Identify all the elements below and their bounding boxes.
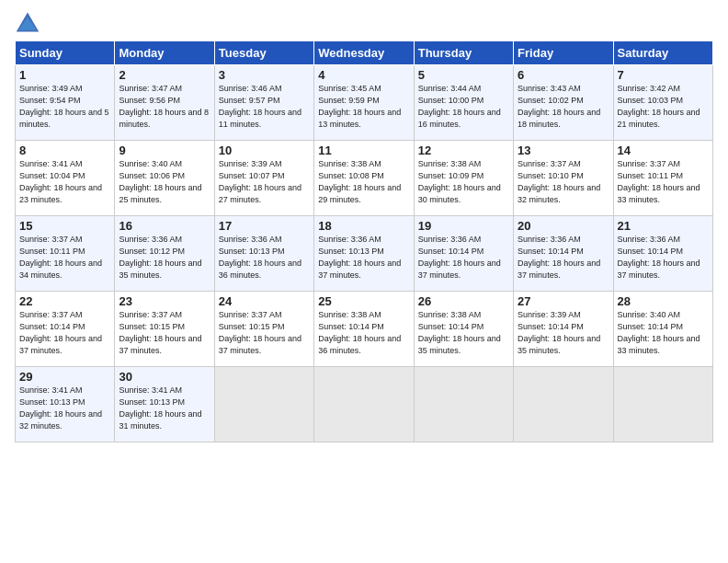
calendar-cell: 26 Sunrise: 3:38 AM Sunset: 10:14 PM Day… (414, 292, 513, 367)
calendar-week-row: 29 Sunrise: 3:41 AM Sunset: 10:13 PM Day… (16, 367, 713, 442)
calendar-cell: 18 Sunrise: 3:36 AM Sunset: 10:13 PM Day… (314, 216, 414, 292)
day-number: 23 (119, 294, 210, 308)
calendar-cell: 11 Sunrise: 3:38 AM Sunset: 10:08 PM Day… (314, 141, 414, 216)
logo (15, 9, 44, 35)
calendar-cell: 20 Sunrise: 3:36 AM Sunset: 10:14 PM Day… (514, 216, 613, 292)
day-info: Sunrise: 3:38 AM Sunset: 10:14 PM Daylig… (418, 309, 509, 357)
day-info: Sunrise: 3:39 AM Sunset: 10:07 PM Daylig… (219, 158, 310, 206)
day-info: Sunrise: 3:36 AM Sunset: 10:14 PM Daylig… (418, 234, 509, 282)
calendar-week-row: 22 Sunrise: 3:37 AM Sunset: 10:14 PM Day… (16, 292, 713, 367)
generalblue-icon (15, 9, 40, 35)
day-number: 15 (19, 219, 110, 233)
day-number: 4 (318, 68, 409, 82)
day-number: 9 (119, 144, 210, 157)
header-wednesday: Wednesday (314, 41, 414, 65)
day-info: Sunrise: 3:43 AM Sunset: 10:02 PM Daylig… (518, 83, 609, 131)
day-number: 5 (418, 68, 509, 82)
day-number: 10 (219, 144, 310, 157)
day-info: Sunrise: 3:40 AM Sunset: 10:06 PM Daylig… (119, 158, 210, 206)
day-info: Sunrise: 3:37 AM Sunset: 10:10 PM Daylig… (518, 158, 609, 206)
calendar-cell: 19 Sunrise: 3:36 AM Sunset: 10:14 PM Day… (414, 216, 513, 292)
day-info: Sunrise: 3:37 AM Sunset: 10:11 PM Daylig… (618, 158, 709, 206)
day-info: Sunrise: 3:44 AM Sunset: 10:00 PM Daylig… (418, 83, 509, 131)
day-info: Sunrise: 3:45 AM Sunset: 9:59 PM Dayligh… (318, 83, 409, 131)
calendar-cell: 4 Sunrise: 3:45 AM Sunset: 9:59 PM Dayli… (314, 65, 414, 141)
calendar-week-row: 1 Sunrise: 3:49 AM Sunset: 9:54 PM Dayli… (16, 65, 713, 141)
calendar-cell: 14 Sunrise: 3:37 AM Sunset: 10:11 PM Day… (613, 141, 712, 216)
calendar-week-row: 8 Sunrise: 3:41 AM Sunset: 10:04 PM Dayl… (16, 141, 713, 216)
day-info: Sunrise: 3:37 AM Sunset: 10:11 PM Daylig… (19, 234, 110, 282)
calendar-cell (214, 367, 313, 442)
day-number: 11 (318, 144, 409, 157)
day-info: Sunrise: 3:36 AM Sunset: 10:12 PM Daylig… (119, 234, 210, 282)
day-number: 7 (618, 68, 709, 82)
day-number: 30 (119, 370, 210, 384)
header-friday: Friday (514, 41, 613, 65)
day-info: Sunrise: 3:36 AM Sunset: 10:13 PM Daylig… (219, 234, 310, 282)
day-number: 1 (19, 68, 110, 82)
day-info: Sunrise: 3:42 AM Sunset: 10:03 PM Daylig… (618, 83, 709, 131)
page-container: Sunday Monday Tuesday Wednesday Thursday… (0, 0, 728, 452)
day-info: Sunrise: 3:49 AM Sunset: 9:54 PM Dayligh… (19, 83, 110, 131)
day-info: Sunrise: 3:46 AM Sunset: 9:57 PM Dayligh… (219, 83, 310, 131)
calendar-cell: 25 Sunrise: 3:38 AM Sunset: 10:14 PM Day… (314, 292, 414, 367)
day-number: 22 (19, 294, 110, 308)
calendar-cell: 15 Sunrise: 3:37 AM Sunset: 10:11 PM Day… (16, 216, 115, 292)
day-info: Sunrise: 3:36 AM Sunset: 10:13 PM Daylig… (318, 234, 409, 282)
calendar-cell: 28 Sunrise: 3:40 AM Sunset: 10:14 PM Day… (613, 292, 712, 367)
calendar-cell: 16 Sunrise: 3:36 AM Sunset: 10:12 PM Day… (115, 216, 214, 292)
calendar-cell: 6 Sunrise: 3:43 AM Sunset: 10:02 PM Dayl… (514, 65, 613, 141)
day-number: 8 (19, 144, 110, 157)
header-sunday: Sunday (16, 41, 115, 65)
calendar-cell: 10 Sunrise: 3:39 AM Sunset: 10:07 PM Day… (214, 141, 313, 216)
day-number: 3 (219, 68, 310, 82)
day-number: 26 (418, 294, 509, 308)
calendar-cell: 13 Sunrise: 3:37 AM Sunset: 10:10 PM Day… (514, 141, 613, 216)
day-number: 18 (318, 219, 409, 233)
calendar-cell: 27 Sunrise: 3:39 AM Sunset: 10:14 PM Day… (514, 292, 613, 367)
day-info: Sunrise: 3:36 AM Sunset: 10:14 PM Daylig… (518, 234, 609, 282)
calendar-cell: 30 Sunrise: 3:41 AM Sunset: 10:13 PM Day… (115, 367, 214, 442)
calendar-cell (314, 367, 414, 442)
days-header-row: Sunday Monday Tuesday Wednesday Thursday… (16, 41, 713, 65)
day-number: 25 (318, 294, 409, 308)
day-info: Sunrise: 3:39 AM Sunset: 10:14 PM Daylig… (518, 309, 609, 357)
day-info: Sunrise: 3:38 AM Sunset: 10:09 PM Daylig… (418, 158, 509, 206)
day-info: Sunrise: 3:36 AM Sunset: 10:14 PM Daylig… (618, 234, 709, 282)
day-number: 2 (119, 68, 210, 82)
calendar-cell: 23 Sunrise: 3:37 AM Sunset: 10:15 PM Day… (115, 292, 214, 367)
calendar-cell: 29 Sunrise: 3:41 AM Sunset: 10:13 PM Day… (16, 367, 115, 442)
day-info: Sunrise: 3:40 AM Sunset: 10:14 PM Daylig… (618, 309, 709, 357)
header-tuesday: Tuesday (214, 41, 313, 65)
calendar-cell: 24 Sunrise: 3:37 AM Sunset: 10:15 PM Day… (214, 292, 313, 367)
day-number: 28 (618, 294, 709, 308)
day-number: 19 (418, 219, 509, 233)
calendar-cell: 12 Sunrise: 3:38 AM Sunset: 10:09 PM Day… (414, 141, 513, 216)
day-info: Sunrise: 3:37 AM Sunset: 10:15 PM Daylig… (119, 309, 210, 357)
calendar-cell: 21 Sunrise: 3:36 AM Sunset: 10:14 PM Day… (613, 216, 712, 292)
day-info: Sunrise: 3:41 AM Sunset: 10:13 PM Daylig… (119, 385, 210, 432)
header-thursday: Thursday (414, 41, 513, 65)
day-info: Sunrise: 3:37 AM Sunset: 10:15 PM Daylig… (219, 309, 310, 357)
day-number: 17 (219, 219, 310, 233)
calendar-cell (514, 367, 613, 442)
header-saturday: Saturday (613, 41, 712, 65)
calendar-cell: 7 Sunrise: 3:42 AM Sunset: 10:03 PM Dayl… (613, 65, 712, 141)
day-number: 29 (19, 370, 110, 384)
calendar-cell: 3 Sunrise: 3:46 AM Sunset: 9:57 PM Dayli… (214, 65, 313, 141)
header-monday: Monday (115, 41, 214, 65)
calendar-cell: 1 Sunrise: 3:49 AM Sunset: 9:54 PM Dayli… (16, 65, 115, 141)
day-number: 20 (518, 219, 609, 233)
calendar-cell: 5 Sunrise: 3:44 AM Sunset: 10:00 PM Dayl… (414, 65, 513, 141)
calendar-cell: 9 Sunrise: 3:40 AM Sunset: 10:06 PM Dayl… (115, 141, 214, 216)
header (15, 9, 713, 35)
day-info: Sunrise: 3:41 AM Sunset: 10:04 PM Daylig… (19, 158, 110, 206)
calendar-cell (613, 367, 712, 442)
calendar-cell: 22 Sunrise: 3:37 AM Sunset: 10:14 PM Day… (16, 292, 115, 367)
calendar-cell: 8 Sunrise: 3:41 AM Sunset: 10:04 PM Dayl… (16, 141, 115, 216)
day-number: 27 (518, 294, 609, 308)
day-info: Sunrise: 3:47 AM Sunset: 9:56 PM Dayligh… (119, 83, 210, 131)
day-number: 6 (518, 68, 609, 82)
day-number: 24 (219, 294, 310, 308)
day-info: Sunrise: 3:37 AM Sunset: 10:14 PM Daylig… (19, 309, 110, 357)
